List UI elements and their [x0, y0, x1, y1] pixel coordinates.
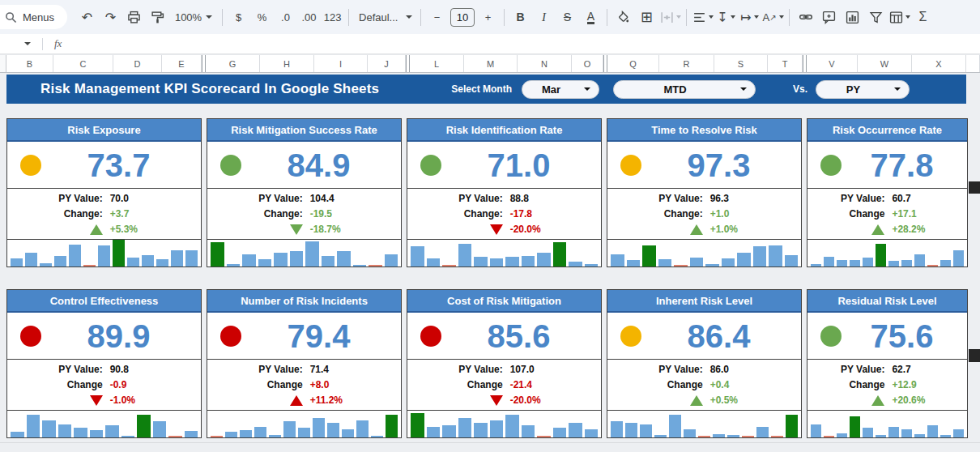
increase-font-size-button[interactable]: +	[477, 6, 499, 28]
italic-button[interactable]: I	[533, 6, 555, 28]
spark-bar	[298, 428, 310, 437]
spark-bar	[342, 429, 354, 437]
redo-button[interactable]: ↷	[100, 6, 121, 28]
column-header-C[interactable]: C	[53, 55, 113, 72]
spark-bar	[211, 242, 224, 267]
spark-bar	[625, 423, 637, 437]
table-views-icon	[889, 11, 903, 24]
spark-bar	[569, 423, 582, 437]
column-header-B[interactable]: B	[6, 55, 53, 72]
font-size-input[interactable]: 10	[450, 8, 475, 27]
kpi-card-7: Number of Risk Incidents 79.4 PY Value: …	[207, 289, 402, 438]
kpi-cards-row-2: Control Effectiveness 89.9 PY Value: 90.…	[6, 289, 968, 438]
currency-icon: $	[236, 11, 241, 23]
spark-bar	[811, 264, 821, 267]
column-header-S[interactable]: S	[714, 55, 768, 72]
toolbar-separator	[504, 9, 505, 26]
kpi-card-1: Risk Exposure 73.7 PY Value: 70.0 Change…	[6, 118, 202, 267]
caret-down-icon	[406, 15, 412, 19]
gridline	[0, 442, 980, 443]
status-dot-icon	[220, 155, 241, 176]
period-dropdown[interactable]: MTD	[613, 80, 756, 99]
column-header-T[interactable]: T	[768, 55, 803, 72]
column-header-W[interactable]: W	[858, 55, 912, 72]
column-header-X[interactable]: X	[912, 55, 966, 72]
month-dropdown[interactable]: Mar	[522, 80, 599, 99]
kpi-card-5: Risk Occurrence Rate 77.8 PY Value: 60.7…	[807, 118, 968, 267]
insert-link-button[interactable]	[795, 6, 816, 28]
merge-cells-button[interactable]	[659, 6, 681, 28]
spark-bar	[611, 254, 624, 267]
py-value: 71.4	[310, 363, 329, 377]
insert-chart-button[interactable]	[842, 6, 863, 28]
column-header-R[interactable]: R	[659, 55, 714, 72]
caret-down-icon	[731, 15, 735, 19]
more-formats-icon: 123	[324, 11, 342, 23]
text-rotation-button[interactable]: A↗	[762, 6, 784, 28]
create-filter-button[interactable]	[865, 6, 887, 28]
kpi-card-main: 89.9	[7, 313, 201, 359]
column-header-V[interactable]: V	[807, 55, 858, 72]
fill-color-button[interactable]	[612, 6, 634, 28]
spark-bar	[940, 435, 951, 437]
spark-bar	[442, 425, 456, 437]
spark-bar	[753, 246, 767, 267]
spark-bar	[442, 265, 456, 267]
print-button[interactable]	[123, 6, 145, 28]
spark-bar	[785, 255, 799, 267]
format-percent-button[interactable]: %	[251, 6, 273, 28]
strikethrough-button[interactable]: S	[556, 6, 578, 28]
spark-bar	[121, 436, 135, 437]
column-header-D[interactable]: D	[113, 55, 162, 72]
text-color-button[interactable]: A	[580, 6, 602, 28]
spark-bar	[953, 250, 964, 267]
spark-bar	[927, 425, 938, 437]
py-value: 90.8	[110, 363, 129, 377]
column-header-L[interactable]: L	[410, 55, 464, 72]
kpi-card-main: 79.4	[207, 313, 401, 359]
vertical-align-button[interactable]: ↧	[715, 6, 737, 28]
column-header-E[interactable]: E	[162, 55, 202, 72]
zoom-select[interactable]: 100%	[170, 6, 217, 28]
spark-bar	[185, 250, 198, 267]
decrease-decimal-button[interactable]: .0	[275, 6, 296, 28]
spark-bar	[142, 255, 154, 267]
spark-bar	[240, 430, 252, 437]
horizontal-align-button[interactable]	[692, 6, 714, 28]
comment-icon	[822, 11, 836, 24]
name-box-caret-icon[interactable]	[24, 42, 31, 45]
borders-button[interactable]: ⊞	[636, 6, 658, 28]
more-formats-button[interactable]: 123	[322, 6, 343, 28]
py-value: 86.0	[710, 363, 729, 377]
bold-button[interactable]: B	[509, 6, 531, 28]
paint-format-button[interactable]	[147, 6, 168, 28]
table-views-button[interactable]	[888, 6, 910, 28]
spark-bar	[863, 428, 873, 437]
undo-button[interactable]: ↶	[76, 6, 98, 28]
spark-bar	[283, 421, 296, 437]
fx-label[interactable]: fx	[54, 37, 62, 50]
column-header-H[interactable]: H	[260, 55, 314, 72]
increase-decimal-button[interactable]: .00	[298, 6, 320, 28]
functions-button[interactable]: Σ	[912, 6, 934, 28]
trend-arrow-icon	[90, 395, 103, 406]
decrease-font-size-button[interactable]: −	[426, 6, 448, 28]
compare-value: PY	[816, 83, 890, 96]
spark-bar	[427, 258, 441, 267]
font-family-select[interactable]: Defaul...	[354, 6, 415, 28]
search-menus-button[interactable]: Menus	[0, 5, 67, 29]
compare-dropdown[interactable]: PY	[816, 80, 910, 99]
format-currency-button[interactable]: $	[228, 6, 249, 28]
column-header-J[interactable]: J	[368, 55, 406, 72]
column-header-Q[interactable]: Q	[607, 55, 659, 72]
column-header-M[interactable]: M	[464, 55, 518, 72]
column-header-I[interactable]: I	[314, 55, 368, 72]
column-header-N[interactable]: N	[518, 55, 572, 72]
filter-icon	[869, 11, 883, 24]
column-header-G[interactable]: G	[206, 55, 260, 72]
column-header-O[interactable]: O	[572, 55, 603, 72]
spark-bar	[674, 265, 688, 267]
insert-comment-button[interactable]	[818, 6, 840, 28]
text-wrapping-button[interactable]: ↦	[739, 6, 761, 28]
kpi-card-title: Inherent Risk Level	[607, 290, 801, 313]
